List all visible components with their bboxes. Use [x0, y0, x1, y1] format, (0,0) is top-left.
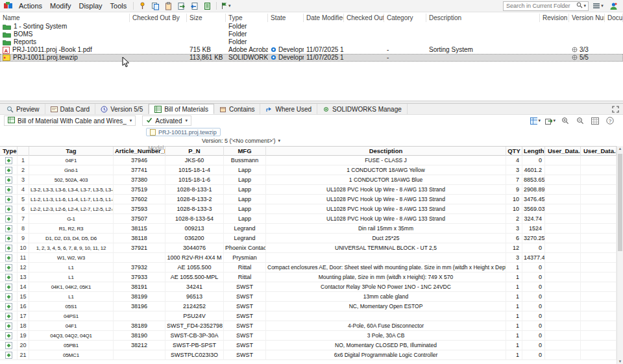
tab-solidworks-manage[interactable]: SOLIDWORKS Manage: [317, 104, 408, 114]
export-icon[interactable]: ▾: [545, 116, 556, 126]
column-header-size[interactable]: Size: [187, 14, 226, 22]
search-options-chevron-icon[interactable]: ▾: [583, 3, 586, 8]
help-icon[interactable]: ?: [605, 116, 615, 126]
search-icon[interactable]: [576, 2, 583, 10]
expand-pane-icon[interactable]: [608, 104, 623, 114]
column-header-qty[interactable]: QTY: [506, 147, 522, 156]
bom-row[interactable]: 101, 2, 3, 4, 5, 6, 7, 8, 9, 10, 11, 123…: [0, 243, 617, 253]
bom-row[interactable]: 9D1, D2, D3, D4, D5, D638118036200Legran…: [0, 234, 617, 243]
file-row[interactable]: ReportsFolder: [0, 38, 623, 46]
bom-row[interactable]: 12L137932AE 1055.500RittalCompact enclos…: [0, 263, 617, 273]
column-header-category[interactable]: Category: [384, 14, 426, 22]
column-header-version-number[interactable]: Version Number: [569, 14, 605, 22]
column-header-article[interactable]: Article_Number_Internal_...: [114, 147, 165, 156]
scroll-up-icon[interactable]: ▲: [617, 147, 623, 151]
user-avatar-icon[interactable]: [607, 1, 620, 12]
bom-row[interactable]: 13L137933AE 1055.500-MPLRittalMounting p…: [0, 273, 617, 282]
version-selector[interactable]: Version: 5 ('<No comment>') ▾: [202, 138, 623, 144]
column-header-user-data-2[interactable]: User_Data...: [581, 147, 617, 156]
cell-part-number: 036200: [165, 234, 224, 243]
bom-row[interactable]: 3502, 502A, 403373801015-18-1-6Lapp1 CON…: [0, 175, 617, 185]
menu-tools[interactable]: Tools: [106, 1, 131, 10]
column-header-checked-out-in[interactable]: Checked Out In: [344, 14, 384, 22]
check-in-icon[interactable]: [188, 1, 201, 12]
column-header-rownum[interactable]: [18, 147, 29, 156]
file-chip[interactable]: PRJ-10011.proj.tewzip: [146, 128, 221, 136]
column-header-state[interactable]: State: [268, 14, 304, 22]
file-row[interactable]: PRJ-10011.proj.tewzip113,861 KBSOLIDWORK…: [0, 54, 623, 62]
copy-icon[interactable]: [149, 1, 162, 12]
tab-data-card[interactable]: Data Card: [45, 104, 96, 114]
menu-display[interactable]: Display: [75, 1, 106, 10]
column-header-description[interactable]: Description: [426, 14, 540, 22]
paste-icon[interactable]: [162, 1, 175, 12]
bom-row[interactable]: 7G-1375071028-8-133-54LappUL1028 PVC Hoo…: [0, 214, 617, 224]
column-header-date-modified[interactable]: Date Modified: [304, 14, 344, 22]
bom-row[interactable]: 1404K1, 04K2, 05K13819134241SWSTContacto…: [0, 282, 617, 292]
table-icon[interactable]: [590, 116, 600, 126]
bom-row[interactable]: 6L2-2, L2-3, L2-6, L2-4, L2-7, L2-5, L2-…: [0, 204, 617, 214]
bom-row[interactable]: 11W1, W2, W31000 R2V-RH 4X4 MPrysmian314…: [0, 253, 617, 263]
scroll-down-icon[interactable]: ▼: [617, 359, 623, 363]
list-menu-icon[interactable]: ▾: [592, 1, 604, 12]
cell-user-data-1: [545, 292, 581, 302]
column-header-name[interactable]: Name: [0, 14, 130, 22]
bom-row[interactable]: 1704PS1PSU24VSWST10: [0, 311, 617, 321]
zoom-in-icon[interactable]: [560, 116, 570, 126]
get-latest-icon[interactable]: [201, 1, 214, 12]
column-header-document[interactable]: Document ...: [605, 14, 623, 22]
tab-version-5-5[interactable]: Version 5/5: [95, 104, 149, 114]
column-header-checked-out-by[interactable]: Checked Out By: [130, 14, 187, 22]
folder-icon: [3, 31, 11, 38]
cell-article-number: 37507: [114, 214, 165, 224]
bom-vertical-scrollbar[interactable]: ▲ ▼: [617, 146, 623, 364]
cell-description: [266, 311, 506, 321]
column-header-type[interactable]: Type: [0, 147, 18, 156]
tab-contains[interactable]: Contains: [214, 104, 260, 114]
bom-row[interactable]: 2005PB138212SWST-PB-SPSTSWSTNO, Momentar…: [0, 341, 617, 350]
file-row[interactable]: BOMSFolder: [0, 30, 623, 38]
cell-user-data-1: [545, 273, 581, 282]
bom-row[interactable]: 15L13819996513SWST13mm cable gland10: [0, 292, 617, 302]
column-header-description[interactable]: Desctiption: [266, 147, 506, 156]
cell-date-modified: 11/07/2025 12...: [304, 54, 344, 62]
tab-where-used[interactable]: Where Used: [260, 104, 317, 114]
tab-preview[interactable]: Preview: [1, 104, 45, 114]
bom-row[interactable]: 2105MC1SWSTPLC023I3OSWST6x6 Digital Prog…: [0, 350, 617, 360]
tab-label: Contains: [229, 106, 254, 113]
bom-activated-selector[interactable]: Activated ▾: [142, 115, 191, 126]
bom-view-selector[interactable]: Bill of Material With Cable and Wires_ ▾: [4, 115, 136, 126]
pin-icon[interactable]: [136, 1, 149, 12]
bom-row[interactable]: 2Gnd-1377411015-18-1-4Lapp1 CONDUCTOR 18…: [0, 165, 617, 175]
search-input[interactable]: [506, 3, 576, 9]
bom-row[interactable]: 1804F138189SWST_FD4-2352798SWST4-Pole, 6…: [0, 321, 617, 331]
column-header-revision[interactable]: Revision: [540, 14, 569, 22]
column-header-mfg[interactable]: MFG: [224, 147, 266, 156]
cell-date-modified: [304, 38, 344, 46]
bom-row[interactable]: 1904Q3, 04Q2, 04Q138190SWST-CB-3P-30ASWS…: [0, 331, 617, 341]
bom-row[interactable]: 104F137946JKS-60BussmannFUSE - CLASS J40: [0, 156, 617, 165]
bom-row[interactable]: 8R1, R2, R338115009213LegrandDin rail 15…: [0, 224, 617, 234]
file-row[interactable]: 1 - Sorting SystemFolder: [0, 23, 623, 30]
cell-mfg: Prysmian: [224, 253, 266, 263]
workflow-flag-icon[interactable]: ▾: [219, 1, 232, 12]
check-out-icon[interactable]: [175, 1, 188, 12]
view-grid-icon[interactable]: ▾: [530, 116, 541, 126]
column-header-user-data-1[interactable]: User_Data...: [545, 147, 581, 156]
column-header-pn[interactable]: P_N: [165, 147, 224, 156]
menu-modify[interactable]: Modify: [46, 1, 75, 10]
bom-row[interactable]: 5L1-2, L1-3, L1-6, L1-4, L1-7, L1-5, L1-…: [0, 195, 617, 204]
column-header-tag[interactable]: Tag: [29, 147, 114, 156]
menu-actions[interactable]: Actions: [15, 1, 46, 10]
cell-user-data-1: [545, 165, 581, 175]
bom-row[interactable]: 1605S1381962124252SWSTNC, Momentary Open…: [0, 302, 617, 311]
file-row[interactable]: APRJ-10011.proj -Book 1.pdf715 KBAdobe A…: [0, 46, 623, 54]
column-header-length[interactable]: Length: [522, 147, 545, 156]
search-box[interactable]: ▾: [503, 1, 589, 11]
zoom-out-icon[interactable]: [575, 116, 585, 126]
column-header-type[interactable]: Type: [226, 14, 268, 22]
bom-row[interactable]: 4L3-2, L3-3, L3-6, L3-4, L3-7, L3-5, L3-…: [0, 185, 617, 195]
tab-bill-of-materials[interactable]: Bill of Materials: [149, 104, 214, 114]
bom-activated-label: Activated: [155, 117, 182, 125]
scrollbar-thumb[interactable]: [618, 154, 622, 251]
